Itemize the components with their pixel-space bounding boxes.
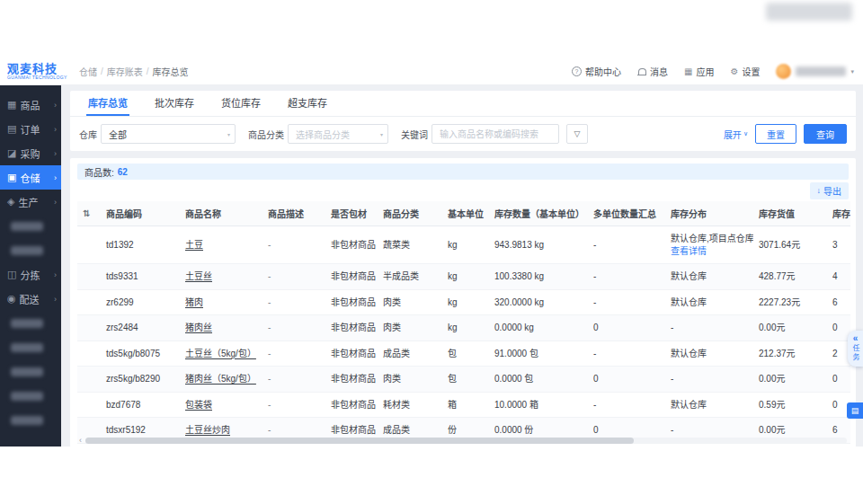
tab-2[interactable]: 货位库存 — [219, 91, 262, 116]
blurred-menu-label — [11, 343, 43, 352]
product-name-link[interactable]: 包装袋 — [185, 400, 212, 410]
column-header-7[interactable]: 多单位数量汇总 — [588, 201, 665, 226]
product-name-link[interactable]: 土豆 — [185, 240, 203, 250]
blurred-menu-label — [11, 367, 43, 376]
blurred-menu-label — [11, 319, 43, 328]
column-header-3[interactable]: 是否包材 — [325, 201, 378, 226]
sidebar-item-blurred-5[interactable] — [0, 359, 61, 384]
sidebar-item-blurred-4[interactable] — [0, 335, 61, 359]
sidebar-item-label: 订单 — [20, 122, 40, 137]
help-center-button[interactable]: 帮助中心 — [572, 65, 621, 78]
sidebar-item-blurred-6[interactable] — [0, 384, 61, 408]
sidebar-item-goods[interactable]: ▦商品› — [0, 93, 61, 117]
column-header-4[interactable]: 商品分类 — [378, 201, 442, 226]
sidebar-item-blurred-3[interactable] — [0, 311, 61, 335]
breadcrumb-item[interactable]: 库存账表 — [107, 65, 143, 78]
tab-3[interactable]: 超支库存 — [286, 91, 329, 116]
scrollbar-thumb[interactable] — [85, 438, 634, 444]
cell-stock-quantity: 0.0000 包 — [489, 367, 588, 393]
column-header-10[interactable]: 库存 — [827, 201, 850, 226]
reset-button[interactable]: 重置 — [755, 124, 796, 144]
breadcrumb-item[interactable]: 仓储 — [79, 65, 97, 78]
cell-product-code: zrs2484 — [101, 315, 180, 341]
column-header-2[interactable]: 商品描述 — [262, 201, 325, 226]
sort-toggle[interactable]: ⇅ — [77, 201, 101, 226]
table-row: bzd7678包装袋-非包材商品耗材类箱10.0000 箱-默认仓库0.59元0 — [77, 392, 850, 418]
cell-product-name: 土豆 — [180, 226, 262, 264]
float-widget-button[interactable]: ▤ — [847, 402, 863, 419]
tab-1[interactable]: 批次库存 — [153, 91, 196, 116]
cell-description: - — [262, 226, 325, 264]
cell-description: - — [262, 340, 325, 367]
goods-icon: ▦ — [7, 99, 16, 111]
table-row: tds5kg/b8075土豆丝（5kg/包）-非包材商品成品类包91.0000 … — [77, 340, 850, 367]
keyword-input[interactable] — [432, 124, 559, 144]
category-select[interactable]: 选择商品分类 ▾ — [288, 124, 388, 144]
sidebar-item-purchase[interactable]: ◪采购› — [0, 141, 61, 165]
view-detail-link[interactable]: 查看详情 — [671, 246, 707, 256]
sidebar-item-blurred-2[interactable] — [0, 238, 61, 262]
row-handle-cell — [77, 367, 101, 393]
sidebar-item-production[interactable]: ◈生产› — [0, 190, 61, 214]
product-count-value: 62 — [118, 167, 128, 177]
user-menu[interactable]: ▾ — [776, 64, 854, 79]
product-name-link[interactable]: 猪肉丝 — [185, 323, 212, 332]
product-name-link[interactable]: 猪肉 — [185, 297, 203, 307]
column-header-1[interactable]: 商品名称 — [180, 201, 262, 226]
column-header-8[interactable]: 库存分布 — [665, 201, 753, 226]
sidebar: ▦商品›▤订单›◪采购›▣仓储›◈生产›◫分拣›◉配送› — [0, 85, 61, 447]
category-filter-label: 商品分类 — [248, 128, 284, 141]
keyword-filter-label: 关键词 — [401, 128, 428, 141]
settings-button[interactable]: ⚙ 设置 — [731, 65, 761, 78]
sidebar-item-delivery[interactable]: ◉配送› — [0, 287, 61, 311]
column-header-0[interactable]: 商品编码 — [101, 201, 180, 226]
product-name-link[interactable]: 土豆丝炒肉 — [185, 425, 230, 435]
product-name-link[interactable]: 土豆丝（5kg/包） — [185, 349, 256, 358]
product-name-link[interactable]: 土豆丝 — [185, 271, 212, 281]
warehouse-select[interactable]: 全部 ▾ — [101, 124, 236, 144]
chevron-right-icon: › — [54, 270, 57, 279]
search-button[interactable]: 查询 — [804, 124, 847, 144]
cell-description: - — [262, 289, 325, 315]
scrollbar-track[interactable] — [85, 438, 847, 444]
cell-multi-unit-total: - — [588, 340, 665, 367]
tab-0[interactable]: 库存总览 — [86, 91, 129, 116]
cell-clipped-column: 4 — [827, 264, 850, 290]
cell-stock-value: 3071.64元 — [753, 226, 827, 264]
horizontal-scrollbar[interactable]: ‹ — [79, 437, 847, 445]
column-header-9[interactable]: 库存货值 — [753, 201, 827, 226]
cell-product-code: td1392 — [101, 226, 180, 264]
cell-stock-distribution: - — [665, 315, 753, 341]
apps-button[interactable]: ▦ 应用 — [684, 65, 714, 78]
sidebar-item-warehouse[interactable]: ▣仓储› — [0, 165, 61, 190]
sidebar-item-sorting[interactable]: ◫分拣› — [0, 262, 61, 287]
product-name-link[interactable]: 猪肉丝（5kg/包） — [185, 374, 256, 384]
cell-multi-unit-total: 0 — [588, 367, 665, 393]
column-header-5[interactable]: 基本单位 — [442, 201, 489, 226]
sidebar-item-blurred-7[interactable] — [0, 408, 61, 432]
export-button[interactable]: ↓ 导出 — [810, 182, 850, 199]
scroll-left-arrow-icon[interactable]: ‹ — [79, 437, 82, 445]
row-handle-cell — [77, 392, 101, 418]
sidebar-item-orders[interactable]: ▤订单› — [0, 117, 61, 141]
cell-is-packaging: 非包材商品 — [325, 315, 378, 341]
sidebar-item-label: 生产 — [18, 195, 38, 209]
logo: 观麦科技 GUANMAI TECHNOLOGY — [0, 63, 70, 80]
cell-stock-distribution: 默认仓库 — [665, 264, 753, 290]
logo-subtext: GUANMAI TECHNOLOGY — [7, 75, 70, 80]
filter-funnel-button[interactable]: ▽ — [566, 124, 588, 144]
column-header-6[interactable]: 库存数量（基本单位） — [489, 201, 588, 226]
cell-stock-quantity: 0.0000 kg — [489, 315, 588, 341]
filter-card: 库存总览批次库存货位库存超支库存 仓库 全部 ▾ 商品分类 选择商品分类 ▾ 关… — [70, 91, 856, 151]
messages-button[interactable]: 消息 — [637, 65, 668, 78]
cell-description: - — [262, 315, 325, 341]
chevron-right-icon: › — [54, 149, 57, 158]
cell-category: 蔬菜类 — [378, 226, 442, 264]
sidebar-item-blurred-1[interactable] — [0, 214, 61, 238]
expand-toggle[interactable]: 展开 ∨ — [724, 128, 748, 141]
breadcrumb-separator: / — [147, 66, 149, 76]
cell-description: - — [262, 264, 325, 290]
breadcrumb: 仓储/库存账表/库存总览 — [79, 65, 189, 78]
tasks-panel-toggle[interactable]: « 任务 — [848, 331, 863, 367]
cell-clipped-column: 3 — [827, 226, 850, 264]
